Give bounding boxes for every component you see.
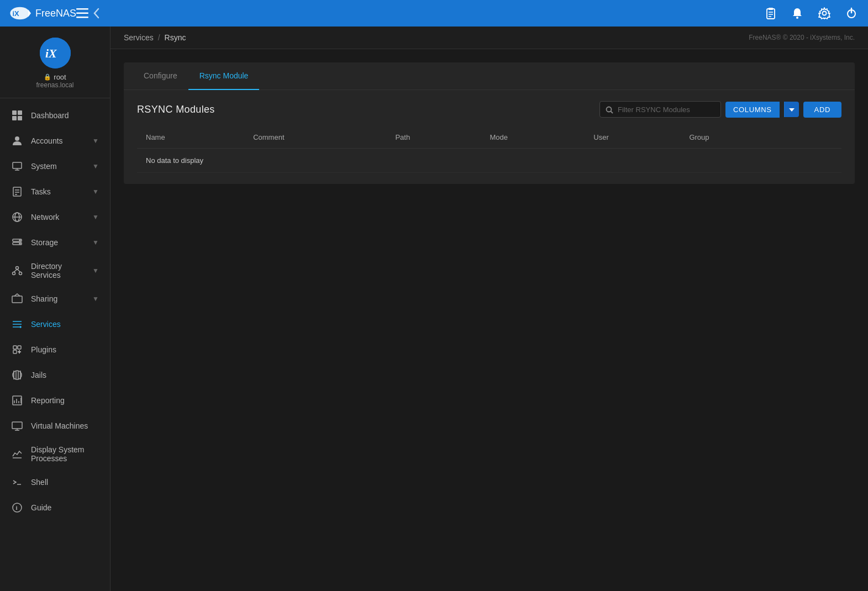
sidebar-item-label: Storage: [31, 238, 85, 247]
sidebar-item-system[interactable]: System ▼: [0, 154, 110, 179]
hamburger-button[interactable]: [76, 8, 88, 18]
directory-icon: [11, 265, 23, 277]
copyright-text: FreeNAS® © 2020 - iXsystems, Inc.: [749, 34, 855, 41]
clipboard-button[interactable]: [763, 5, 778, 22]
user-info: 🔒 root: [44, 73, 66, 81]
sidebar-item-reporting[interactable]: Reporting: [0, 388, 110, 413]
svg-point-37: [19, 272, 22, 275]
svg-point-20: [15, 136, 19, 141]
breadcrumb-current: Rsync: [165, 33, 186, 42]
add-button[interactable]: ADD: [803, 102, 841, 118]
dashboard-icon: [11, 109, 23, 122]
col-user: User: [585, 126, 680, 149]
app-logo: iX FreeNAS: [9, 4, 76, 22]
sidebar-item-dashboard[interactable]: Dashboard: [0, 103, 110, 128]
breadcrumb-bar: Services / Rsync FreeNAS® © 2020 - iXsys…: [111, 27, 868, 49]
col-group: Group: [680, 126, 790, 149]
sidebar-item-services[interactable]: Services: [0, 312, 110, 337]
svg-point-34: [19, 243, 20, 244]
tab-rsync-module[interactable]: Rsync Module: [188, 62, 260, 90]
breadcrumb: Services / Rsync: [124, 33, 186, 42]
sidebar-user: iX 🔒 root freenas.local: [0, 27, 110, 98]
sidebar-item-label: Dashboard: [31, 111, 99, 120]
col-comment: Comment: [244, 126, 386, 149]
sidebar-item-guide[interactable]: i Guide: [0, 495, 110, 520]
jails-icon: [11, 369, 23, 381]
no-data-text: No data to display: [137, 149, 841, 173]
services-icon: [11, 318, 23, 330]
svg-point-10: [796, 17, 798, 19]
sidebar-item-shell[interactable]: Shell: [0, 469, 110, 495]
collapse-button[interactable]: [93, 8, 101, 19]
settings-button[interactable]: [816, 5, 833, 22]
sidebar-item-label: Display System Processes: [31, 445, 99, 463]
sidebar-item-network[interactable]: Network ▼: [0, 204, 110, 230]
sidebar-item-label: Plugins: [31, 345, 99, 354]
sidebar-item-virtual-machines[interactable]: Virtual Machines: [0, 413, 110, 439]
tab-configure[interactable]: Configure: [133, 62, 188, 90]
lock-icon: 🔒: [44, 73, 51, 81]
svg-line-67: [611, 112, 613, 114]
search-box: [599, 101, 721, 118]
tabs: Configure Rsync Module: [124, 62, 855, 90]
sidebar-item-label: Sharing: [31, 294, 85, 303]
search-input[interactable]: [618, 105, 715, 114]
notifications-button[interactable]: [790, 5, 805, 22]
sidebar-item-sharing[interactable]: Sharing ▼: [0, 286, 110, 312]
breadcrumb-separator: /: [158, 33, 160, 42]
search-icon: [606, 105, 613, 114]
svg-point-36: [13, 272, 15, 275]
svg-rect-3: [76, 13, 88, 14]
table-header-row: Name Comment Path Mode User Group: [137, 126, 841, 149]
sidebar-item-jails[interactable]: Jails: [0, 362, 110, 388]
topbar-actions: [763, 5, 859, 22]
logo-icon: iX: [9, 4, 31, 22]
svg-text:i: i: [16, 504, 18, 511]
breadcrumb-parent[interactable]: Services: [124, 33, 154, 42]
svg-line-39: [17, 270, 20, 272]
table-empty-row: No data to display: [137, 149, 841, 173]
sidebar-item-accounts[interactable]: Accounts ▼: [0, 128, 110, 154]
svg-rect-18: [12, 116, 17, 120]
guide-icon: i: [11, 502, 23, 514]
chevron-right-icon: ▼: [92, 162, 99, 170]
svg-rect-2: [76, 8, 88, 10]
table-title: RSYNC Modules: [137, 104, 215, 115]
power-button[interactable]: [844, 5, 859, 22]
svg-rect-19: [18, 116, 22, 120]
col-actions: [790, 126, 841, 149]
app-name: FreeNAS: [35, 8, 76, 19]
sidebar-item-plugins[interactable]: Plugins: [0, 337, 110, 362]
accounts-icon: [11, 135, 23, 147]
svg-rect-46: [13, 346, 17, 349]
clipboard-icon: [765, 7, 776, 19]
hostname: freenas.local: [36, 81, 73, 89]
gear-icon: [818, 7, 830, 19]
sidebar-item-label: Virtual Machines: [31, 421, 99, 430]
network-icon: [11, 211, 23, 223]
table-header-row: RSYNC Modules: [137, 101, 841, 118]
columns-dropdown-button[interactable]: [784, 102, 799, 117]
sidebar-item-tasks[interactable]: Tasks ▼: [0, 179, 110, 204]
chevron-down-icon: [789, 108, 795, 112]
table-head: Name Comment Path Mode User Group: [137, 126, 841, 149]
sidebar-item-label: Reporting: [31, 396, 99, 405]
columns-button[interactable]: COLUMNS: [725, 102, 780, 118]
bell-icon: [792, 7, 803, 19]
sidebar-item-directory-services[interactable]: Directory Services ▼: [0, 255, 110, 286]
sidebar-item-label: Services: [31, 320, 99, 329]
chevron-right-icon: ▼: [92, 267, 99, 275]
tasks-icon: [11, 186, 23, 198]
svg-point-35: [16, 267, 19, 270]
sidebar-item-display-system-processes[interactable]: Display System Processes: [0, 439, 110, 469]
svg-text:iX: iX: [12, 9, 19, 18]
sidebar-item-label: Guide: [31, 503, 99, 512]
sidebar: iX 🔒 root freenas.local Dashboard: [0, 27, 111, 591]
sidebar-item-storage[interactable]: Storage ▼: [0, 230, 110, 255]
sidebar-item-label: Network: [31, 213, 85, 221]
svg-rect-16: [12, 110, 17, 115]
topbar: iX FreeNAS: [0, 0, 868, 27]
sidebar-item-label: Jails: [31, 371, 99, 379]
system-icon: [11, 160, 23, 172]
svg-rect-59: [12, 422, 22, 429]
